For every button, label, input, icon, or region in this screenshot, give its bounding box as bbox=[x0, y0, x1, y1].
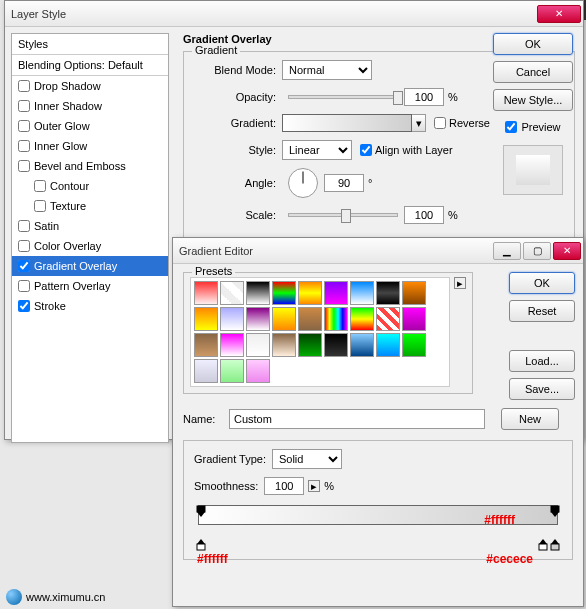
preview-checkbox[interactable] bbox=[505, 121, 517, 133]
preset-swatch[interactable] bbox=[298, 333, 322, 357]
preset-swatch[interactable] bbox=[324, 333, 348, 357]
preset-swatch[interactable] bbox=[272, 333, 296, 357]
style-checkbox[interactable] bbox=[34, 180, 46, 192]
preset-swatch[interactable] bbox=[246, 333, 270, 357]
style-item-inner-glow[interactable]: Inner Glow bbox=[12, 136, 168, 156]
style-item-inner-shadow[interactable]: Inner Shadow bbox=[12, 96, 168, 116]
align-label: Align with Layer bbox=[375, 144, 453, 156]
preset-swatch[interactable] bbox=[220, 281, 244, 305]
style-item-outer-glow[interactable]: Outer Glow bbox=[12, 116, 168, 136]
smoothness-flyout-icon[interactable]: ▸ bbox=[308, 480, 320, 492]
align-checkbox[interactable] bbox=[360, 144, 372, 156]
style-item-pattern-overlay[interactable]: Pattern Overlay bbox=[12, 276, 168, 296]
ge-load-button[interactable]: Load... bbox=[509, 350, 575, 372]
style-checkbox[interactable] bbox=[18, 280, 30, 292]
preset-swatch[interactable] bbox=[298, 307, 322, 331]
new-style-button[interactable]: New Style... bbox=[493, 89, 573, 111]
ge-reset-button[interactable]: Reset bbox=[509, 300, 575, 322]
preset-swatch[interactable] bbox=[350, 333, 374, 357]
preset-swatch[interactable] bbox=[324, 281, 348, 305]
style-item-label: Contour bbox=[50, 180, 89, 192]
deg-label: ° bbox=[368, 177, 372, 189]
blending-options-default[interactable]: Blending Options: Default bbox=[12, 55, 168, 76]
preset-swatch[interactable] bbox=[246, 281, 270, 305]
style-item-bevel-and-emboss[interactable]: Bevel and Emboss bbox=[12, 156, 168, 176]
style-item-texture[interactable]: Texture bbox=[12, 196, 168, 216]
preset-swatch[interactable] bbox=[194, 281, 218, 305]
gradient-swatch[interactable] bbox=[282, 114, 412, 132]
preset-swatch[interactable] bbox=[298, 281, 322, 305]
style-item-satin[interactable]: Satin bbox=[12, 216, 168, 236]
preset-swatch[interactable] bbox=[376, 307, 400, 331]
style-item-stroke[interactable]: Stroke bbox=[12, 296, 168, 316]
preset-swatch[interactable] bbox=[246, 359, 270, 383]
opacity-stop-left[interactable] bbox=[196, 505, 206, 517]
preset-swatch[interactable] bbox=[194, 333, 218, 357]
ge-ok-button[interactable]: OK bbox=[509, 272, 575, 294]
opacity-slider[interactable] bbox=[288, 95, 398, 99]
preset-swatch[interactable] bbox=[194, 359, 218, 383]
color-stop-left[interactable] bbox=[196, 539, 206, 551]
scale-slider[interactable] bbox=[288, 213, 398, 217]
pct-label: % bbox=[448, 91, 458, 103]
style-checkbox[interactable] bbox=[18, 240, 30, 252]
gradient-editor-titlebar[interactable]: Gradient Editor ▁ ▢ ✕ bbox=[173, 238, 583, 264]
color-stop-right-2[interactable] bbox=[550, 539, 560, 551]
preset-swatch[interactable] bbox=[220, 307, 244, 331]
style-item-contour[interactable]: Contour bbox=[12, 176, 168, 196]
flyout-icon[interactable]: ▸ bbox=[454, 277, 466, 289]
style-checkbox[interactable] bbox=[18, 300, 30, 312]
preset-swatch[interactable] bbox=[350, 281, 374, 305]
preset-swatch[interactable] bbox=[324, 307, 348, 331]
style-checkbox[interactable] bbox=[18, 100, 30, 112]
angle-input[interactable] bbox=[324, 174, 364, 192]
reverse-checkbox[interactable] bbox=[434, 117, 446, 129]
preset-swatch[interactable] bbox=[272, 281, 296, 305]
close-icon[interactable]: ✕ bbox=[537, 5, 581, 23]
style-checkbox[interactable] bbox=[18, 140, 30, 152]
style-item-drop-shadow[interactable]: Drop Shadow bbox=[12, 76, 168, 96]
preset-swatch[interactable] bbox=[246, 307, 270, 331]
color-stop-right-1[interactable] bbox=[538, 539, 548, 551]
style-checkbox[interactable] bbox=[18, 120, 30, 132]
style-checkbox[interactable] bbox=[18, 160, 30, 172]
preset-swatch[interactable] bbox=[402, 307, 426, 331]
preset-swatch[interactable] bbox=[272, 307, 296, 331]
preset-swatch[interactable] bbox=[376, 333, 400, 357]
style-item-color-overlay[interactable]: Color Overlay bbox=[12, 236, 168, 256]
scale-input[interactable] bbox=[404, 206, 444, 224]
styles-header[interactable]: Styles bbox=[12, 34, 168, 55]
style-checkbox[interactable] bbox=[18, 260, 30, 272]
opacity-stop-right[interactable] bbox=[550, 505, 560, 517]
gradient-type-select[interactable]: Solid bbox=[272, 449, 342, 469]
name-input[interactable] bbox=[229, 409, 485, 429]
style-item-label: Color Overlay bbox=[34, 240, 101, 252]
minimize-icon[interactable]: ▁ bbox=[493, 242, 521, 260]
blend-mode-select[interactable]: Normal bbox=[282, 60, 372, 80]
ok-button[interactable]: OK bbox=[493, 33, 573, 55]
style-select[interactable]: Linear bbox=[282, 140, 352, 160]
presets-legend: Presets bbox=[192, 265, 235, 277]
ge-save-button[interactable]: Save... bbox=[509, 378, 575, 400]
preset-swatch[interactable] bbox=[350, 307, 374, 331]
style-checkbox[interactable] bbox=[34, 200, 46, 212]
ge-new-button[interactable]: New bbox=[501, 408, 559, 430]
close-icon[interactable]: ✕ bbox=[553, 242, 581, 260]
style-item-gradient-overlay[interactable]: Gradient Overlay bbox=[12, 256, 168, 276]
angle-dial[interactable] bbox=[288, 168, 318, 198]
preset-swatch[interactable] bbox=[402, 333, 426, 357]
preset-swatch[interactable] bbox=[220, 359, 244, 383]
preset-swatch[interactable] bbox=[220, 333, 244, 357]
layer-style-titlebar[interactable]: Layer Style ✕ bbox=[5, 1, 583, 27]
annotation-ffffff-left: #ffffff bbox=[197, 552, 228, 566]
smoothness-input[interactable] bbox=[264, 477, 304, 495]
preset-swatch[interactable] bbox=[402, 281, 426, 305]
chevron-down-icon[interactable]: ▾ bbox=[412, 114, 426, 132]
style-checkbox[interactable] bbox=[18, 80, 30, 92]
cancel-button[interactable]: Cancel bbox=[493, 61, 573, 83]
style-checkbox[interactable] bbox=[18, 220, 30, 232]
preset-swatch[interactable] bbox=[376, 281, 400, 305]
opacity-input[interactable] bbox=[404, 88, 444, 106]
maximize-icon[interactable]: ▢ bbox=[523, 242, 551, 260]
preset-swatch[interactable] bbox=[194, 307, 218, 331]
